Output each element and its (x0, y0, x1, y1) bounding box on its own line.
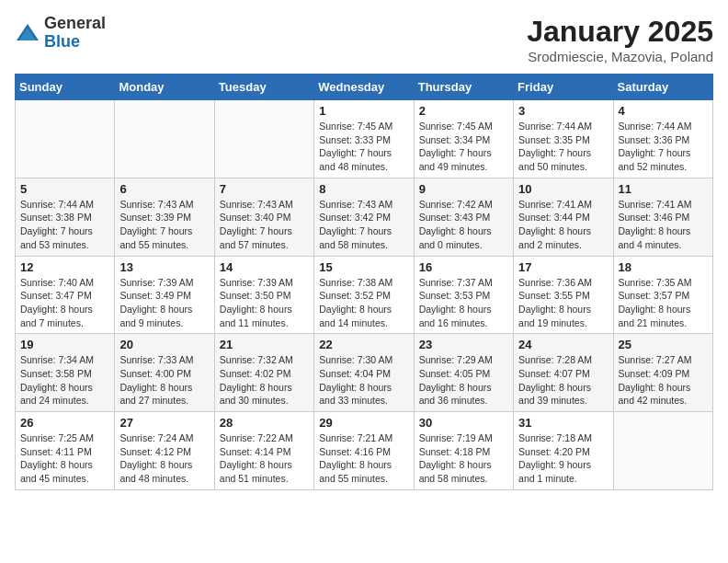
day-detail: Sunrise: 7:33 AM Sunset: 4:00 PM Dayligh… (119, 353, 209, 408)
day-detail: Sunrise: 7:39 AM Sunset: 3:50 PM Dayligh… (220, 276, 309, 330)
day-detail: Sunrise: 7:18 AM Sunset: 4:20 PM Dayligh… (518, 431, 608, 486)
calendar-cell: 20Sunrise: 7:33 AM Sunset: 4:00 PM Dayli… (115, 334, 214, 412)
calendar-week-row: 12Sunrise: 7:40 AM Sunset: 3:47 PM Dayli… (16, 256, 713, 334)
calendar-cell: 3Sunrise: 7:44 AM Sunset: 3:35 PM Daylig… (514, 100, 613, 178)
weekday-header-wednesday: Wednesday (314, 75, 414, 100)
weekday-header-monday: Monday (115, 75, 214, 100)
calendar-cell: 17Sunrise: 7:36 AM Sunset: 3:55 PM Dayli… (514, 256, 613, 334)
weekday-header-friday: Friday (514, 75, 613, 100)
day-detail: Sunrise: 7:38 AM Sunset: 3:52 PM Dayligh… (319, 276, 408, 330)
calendar-cell: 5Sunrise: 7:44 AM Sunset: 3:38 PM Daylig… (16, 178, 115, 256)
day-number: 23 (419, 338, 508, 351)
day-number: 24 (518, 338, 608, 351)
day-detail: Sunrise: 7:39 AM Sunset: 3:49 PM Dayligh… (119, 276, 209, 330)
day-number: 20 (119, 338, 209, 351)
day-detail: Sunrise: 7:25 AM Sunset: 4:11 PM Dayligh… (20, 431, 109, 486)
day-detail: Sunrise: 7:22 AM Sunset: 4:14 PM Dayligh… (220, 431, 309, 486)
page-header: General Blue January 2025 Srodmiescie, M… (15, 15, 713, 64)
calendar-cell: 4Sunrise: 7:44 AM Sunset: 3:36 PM Daylig… (613, 100, 712, 178)
day-detail: Sunrise: 7:43 AM Sunset: 3:42 PM Dayligh… (319, 198, 408, 252)
day-number: 31 (518, 416, 608, 430)
logo-general-text: General (44, 15, 106, 33)
logo: General Blue (15, 15, 106, 52)
weekday-header-tuesday: Tuesday (214, 75, 313, 100)
day-number: 16 (419, 260, 508, 274)
calendar-cell: 11Sunrise: 7:41 AM Sunset: 3:46 PM Dayli… (613, 178, 712, 256)
day-detail: Sunrise: 7:32 AM Sunset: 4:02 PM Dayligh… (220, 353, 309, 408)
day-detail: Sunrise: 7:42 AM Sunset: 3:43 PM Dayligh… (419, 198, 508, 252)
calendar-cell: 22Sunrise: 7:30 AM Sunset: 4:04 PM Dayli… (314, 334, 414, 412)
calendar-cell (115, 100, 214, 178)
calendar-cell: 7Sunrise: 7:43 AM Sunset: 3:40 PM Daylig… (214, 178, 313, 256)
day-detail: Sunrise: 7:37 AM Sunset: 3:53 PM Dayligh… (419, 276, 508, 330)
day-number: 28 (220, 416, 309, 430)
day-number: 25 (619, 338, 708, 351)
day-detail: Sunrise: 7:30 AM Sunset: 4:04 PM Dayligh… (319, 353, 408, 408)
calendar-cell: 19Sunrise: 7:34 AM Sunset: 3:58 PM Dayli… (16, 334, 115, 412)
day-detail: Sunrise: 7:29 AM Sunset: 4:05 PM Dayligh… (419, 353, 508, 408)
day-number: 7 (220, 182, 309, 196)
day-detail: Sunrise: 7:24 AM Sunset: 4:12 PM Dayligh… (119, 431, 209, 486)
day-number: 9 (419, 182, 508, 196)
calendar-week-row: 19Sunrise: 7:34 AM Sunset: 3:58 PM Dayli… (16, 334, 713, 412)
day-number: 18 (619, 260, 708, 274)
calendar-cell: 21Sunrise: 7:32 AM Sunset: 4:02 PM Dayli… (214, 334, 313, 412)
calendar-cell: 12Sunrise: 7:40 AM Sunset: 3:47 PM Dayli… (16, 256, 115, 334)
day-number: 1 (319, 104, 408, 118)
calendar-cell (16, 100, 115, 178)
day-detail: Sunrise: 7:35 AM Sunset: 3:57 PM Dayligh… (619, 276, 708, 330)
calendar-cell (613, 412, 712, 490)
calendar-cell (214, 100, 313, 178)
day-number: 6 (119, 182, 209, 196)
day-detail: Sunrise: 7:41 AM Sunset: 3:46 PM Dayligh… (619, 198, 708, 252)
calendar-cell: 2Sunrise: 7:45 AM Sunset: 3:34 PM Daylig… (414, 100, 513, 178)
day-detail: Sunrise: 7:41 AM Sunset: 3:44 PM Dayligh… (518, 198, 608, 252)
day-number: 21 (220, 338, 309, 351)
day-number: 4 (619, 104, 708, 118)
calendar-table: SundayMondayTuesdayWednesdayThursdayFrid… (15, 74, 713, 490)
day-detail: Sunrise: 7:40 AM Sunset: 3:47 PM Dayligh… (20, 276, 109, 330)
weekday-header-sunday: Sunday (16, 75, 115, 100)
day-number: 8 (319, 182, 408, 196)
calendar-cell: 27Sunrise: 7:24 AM Sunset: 4:12 PM Dayli… (115, 412, 214, 490)
day-detail: Sunrise: 7:28 AM Sunset: 4:07 PM Dayligh… (518, 353, 608, 408)
weekday-header-saturday: Saturday (613, 75, 712, 100)
day-number: 12 (20, 260, 109, 274)
day-detail: Sunrise: 7:45 AM Sunset: 3:34 PM Dayligh… (419, 120, 508, 174)
day-number: 29 (319, 416, 408, 430)
calendar-cell: 18Sunrise: 7:35 AM Sunset: 3:57 PM Dayli… (613, 256, 712, 334)
day-detail: Sunrise: 7:34 AM Sunset: 3:58 PM Dayligh… (20, 353, 109, 408)
weekday-header-row: SundayMondayTuesdayWednesdayThursdayFrid… (16, 75, 713, 100)
day-number: 2 (419, 104, 508, 118)
day-detail: Sunrise: 7:36 AM Sunset: 3:55 PM Dayligh… (518, 276, 608, 330)
day-detail: Sunrise: 7:43 AM Sunset: 3:39 PM Dayligh… (119, 198, 209, 252)
day-detail: Sunrise: 7:45 AM Sunset: 3:33 PM Dayligh… (319, 120, 408, 174)
day-number: 10 (518, 182, 608, 196)
calendar-cell: 31Sunrise: 7:18 AM Sunset: 4:20 PM Dayli… (514, 412, 613, 490)
calendar-cell: 16Sunrise: 7:37 AM Sunset: 3:53 PM Dayli… (414, 256, 513, 334)
calendar-week-row: 26Sunrise: 7:25 AM Sunset: 4:11 PM Dayli… (16, 412, 713, 490)
calendar-title: January 2025 (527, 15, 713, 49)
calendar-cell: 1Sunrise: 7:45 AM Sunset: 3:33 PM Daylig… (314, 100, 414, 178)
calendar-cell: 15Sunrise: 7:38 AM Sunset: 3:52 PM Dayli… (314, 256, 414, 334)
calendar-cell: 23Sunrise: 7:29 AM Sunset: 4:05 PM Dayli… (414, 334, 513, 412)
calendar-cell: 9Sunrise: 7:42 AM Sunset: 3:43 PM Daylig… (414, 178, 513, 256)
day-detail: Sunrise: 7:21 AM Sunset: 4:16 PM Dayligh… (319, 431, 408, 486)
calendar-cell: 14Sunrise: 7:39 AM Sunset: 3:50 PM Dayli… (214, 256, 313, 334)
day-number: 3 (518, 104, 608, 118)
calendar-cell: 26Sunrise: 7:25 AM Sunset: 4:11 PM Dayli… (16, 412, 115, 490)
weekday-header-thursday: Thursday (414, 75, 513, 100)
day-detail: Sunrise: 7:19 AM Sunset: 4:18 PM Dayligh… (419, 431, 508, 486)
day-number: 13 (119, 260, 209, 274)
day-detail: Sunrise: 7:44 AM Sunset: 3:35 PM Dayligh… (518, 120, 608, 174)
title-block: January 2025 Srodmiescie, Mazovia, Polan… (527, 15, 713, 64)
calendar-subtitle: Srodmiescie, Mazovia, Poland (527, 49, 713, 64)
day-detail: Sunrise: 7:27 AM Sunset: 4:09 PM Dayligh… (619, 353, 708, 408)
calendar-cell: 29Sunrise: 7:21 AM Sunset: 4:16 PM Dayli… (314, 412, 414, 490)
calendar-cell: 24Sunrise: 7:28 AM Sunset: 4:07 PM Dayli… (514, 334, 613, 412)
logo-blue-text: Blue (44, 33, 106, 52)
day-number: 15 (319, 260, 408, 274)
day-detail: Sunrise: 7:44 AM Sunset: 3:36 PM Dayligh… (619, 120, 708, 174)
calendar-cell: 30Sunrise: 7:19 AM Sunset: 4:18 PM Dayli… (414, 412, 513, 490)
calendar-cell: 28Sunrise: 7:22 AM Sunset: 4:14 PM Dayli… (214, 412, 313, 490)
